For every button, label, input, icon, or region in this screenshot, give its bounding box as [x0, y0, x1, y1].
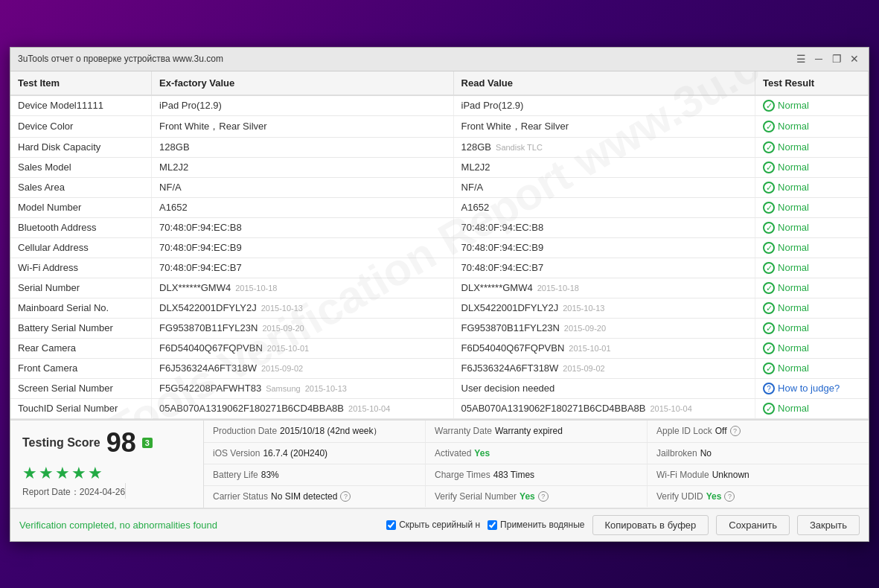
cell-result: ✓Normal	[755, 157, 869, 177]
bottom-section: Testing Score 98 3 ★ ★ ★ ★ ★ Report Date…	[10, 419, 869, 541]
info-row-2: Battery Life 83%Charge Times 483 TimesWi…	[204, 464, 869, 486]
cell-ex-factory: DLX5422001DFYLY2J2015-10-13	[152, 298, 453, 318]
info-cell-0-2: Apple ID Lock Off?	[648, 421, 869, 442]
info-val: 16.7.4 (20H240)	[263, 448, 327, 458]
check-icon: ✓	[763, 262, 775, 274]
minimize-button[interactable]: ─	[812, 52, 825, 65]
save-button[interactable]: Сохранить	[716, 515, 790, 535]
score-number: 98	[106, 429, 136, 456]
info-key: Carrier Status	[213, 491, 268, 502]
cell-item: TouchID Serial Number	[10, 398, 152, 418]
cell-read-value: FG953870B11FYL23N2015-09-20	[453, 318, 755, 338]
check-icon: ✓	[763, 322, 775, 334]
cell-result: ✓Normal	[755, 197, 869, 217]
score-label: Testing Score	[22, 436, 100, 450]
cell-item: Sales Area	[10, 177, 152, 197]
result-label: Normal	[778, 162, 809, 173]
check-icon: ✓	[763, 282, 775, 294]
apply-watermark-checkbox[interactable]	[488, 520, 497, 530]
info-cell-3-2: Verify UDID Yes?	[648, 486, 869, 507]
info-cell-2-1: Charge Times 483 Times	[426, 464, 648, 485]
info-key: Jailbroken	[656, 448, 697, 458]
cell-read-value: NF/A	[453, 177, 755, 197]
cell-read-value: User decision needed	[453, 378, 755, 398]
info-cell-1-1: Activated Yes	[426, 443, 648, 464]
hide-serial-checkbox-label[interactable]: Скрыть серийный н	[386, 520, 480, 530]
close-button[interactable]: ✕	[848, 52, 861, 65]
info-val: Yes	[474, 448, 490, 458]
copy-button[interactable]: Копировать в буфер	[592, 515, 709, 535]
cell-read-value: 70:48:0F:94:EC:B7	[453, 258, 755, 278]
cell-item: Model Number	[10, 197, 152, 217]
star-1: ★	[22, 464, 37, 483]
check-icon: ✓	[763, 403, 775, 415]
cell-ex-factory: F5G542208PAFWHT83Samsung2015-10-13	[152, 378, 453, 398]
info-val: Yes	[520, 491, 535, 502]
cell-ex-factory: 128GB	[152, 137, 453, 157]
info-key: Battery Life	[213, 470, 258, 480]
table-row: Device Model11111iPad Pro(12.9)iPad Pro(…	[10, 95, 869, 116]
star-4: ★	[71, 464, 86, 483]
result-label: Normal	[778, 282, 809, 293]
info-key: Verify Serial Number	[435, 491, 517, 502]
cell-ex-factory: Front White，Rear Silver	[152, 115, 453, 137]
info-val: 2015/10/18 (42nd week）	[280, 425, 382, 438]
restore-button[interactable]: ❐	[830, 52, 843, 65]
window-title: 3uTools отчет о проверке устройства www.…	[18, 54, 223, 64]
info-key: Production Date	[213, 426, 277, 436]
check-icon: ✓	[763, 302, 775, 314]
info-val: Off	[715, 426, 727, 436]
star-2: ★	[39, 464, 54, 483]
cell-item: Wi-Fi Address	[10, 258, 152, 278]
cell-ex-factory: 70:48:0F:94:EC:B7	[152, 258, 453, 278]
cell-result: ?How to judge?	[755, 378, 869, 398]
info-val: No	[700, 448, 712, 458]
table-row: Battery Serial NumberFG953870B11FYL23N20…	[10, 318, 869, 338]
info-cell-0-1: Warranty Date Warranty expired	[426, 421, 648, 442]
info-cell-0-0: Production Date 2015/10/18 (42nd week）	[204, 421, 426, 442]
cell-item: Bluetooth Address	[10, 217, 152, 237]
info-val: Unknown	[712, 470, 749, 480]
report-date: Report Date： 2024-04-26	[22, 483, 126, 499]
info-val: 483 Times	[493, 470, 534, 480]
check-icon: ✓	[763, 162, 775, 173]
cell-result: ✓Normal	[755, 177, 869, 197]
help-icon[interactable]: ?	[538, 491, 549, 502]
cell-result: ✓Normal	[755, 137, 869, 157]
score-block: Testing Score 98 3 ★ ★ ★ ★ ★ Report Date…	[10, 421, 204, 508]
report-date-label: Report Date：	[22, 486, 80, 499]
cell-ex-factory: FG953870B11FYL23N2015-09-20	[152, 318, 453, 338]
result-label: Normal	[778, 222, 809, 233]
cell-read-value: DLX******GMW42015-10-18	[453, 278, 755, 298]
result-label: Normal	[778, 362, 809, 374]
cell-ex-factory: iPad Pro(12.9)	[152, 95, 453, 116]
cell-item: Sales Model	[10, 157, 152, 177]
hide-serial-checkbox[interactable]	[386, 520, 396, 530]
help-icon[interactable]: ?	[340, 491, 351, 502]
info-cell-2-2: Wi-Fi Module Unknown	[648, 464, 869, 485]
check-icon: ✓	[763, 141, 775, 153]
info-icon: ?	[763, 383, 775, 394]
table-row: Device ColorFront White，Rear SilverFront…	[10, 115, 869, 137]
close-footer-button[interactable]: Закрыть	[797, 515, 860, 535]
result-label: Normal	[778, 322, 809, 333]
cell-ex-factory: DLX******GMW42015-10-18	[152, 278, 453, 298]
cell-read-value: F6J536324A6FT318W2015-09-02	[453, 358, 755, 378]
help-icon[interactable]: ?	[724, 491, 735, 502]
cell-ex-factory: ML2J2	[152, 157, 453, 177]
cell-item: Serial Number	[10, 278, 152, 298]
apply-watermark-checkbox-label[interactable]: Применить водяные	[488, 520, 584, 530]
info-val: No SIM detected	[271, 491, 337, 502]
table-row: Sales ModelML2J2ML2J2✓Normal	[10, 157, 869, 177]
col-header-ex-factory: Ex-factory Value	[152, 71, 453, 95]
cell-ex-factory: NF/A	[152, 177, 453, 197]
cell-read-value: 70:48:0F:94:EC:B9	[453, 237, 755, 258]
help-icon[interactable]: ?	[730, 426, 741, 436]
info-row-3: Carrier Status No SIM detected?Verify Se…	[204, 486, 869, 507]
table-row: Mainboard Serial No.DLX5422001DFYLY2J201…	[10, 298, 869, 318]
star-5: ★	[88, 464, 103, 483]
report-date-value: 2024-04-26	[80, 487, 125, 497]
score-title-row: Testing Score 98 3	[22, 429, 153, 456]
menu-button[interactable]: ☰	[794, 52, 808, 65]
cell-ex-factory: 70:48:0F:94:EC:B8	[152, 217, 453, 237]
